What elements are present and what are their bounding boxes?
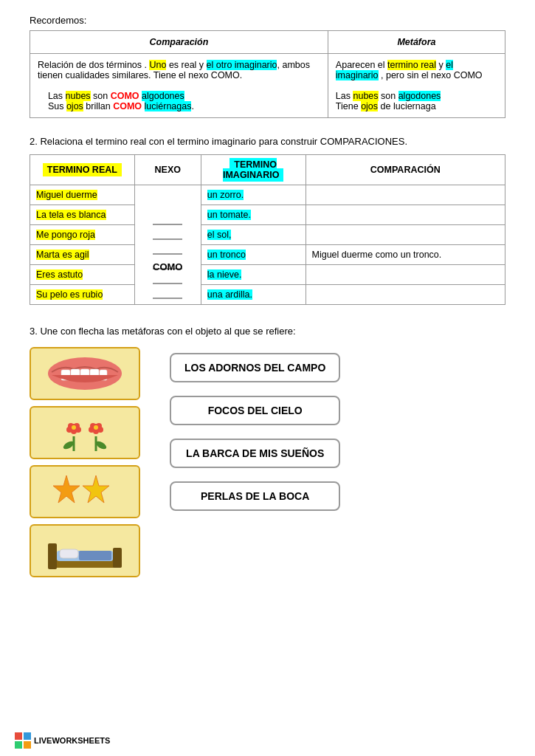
label-2: FOCOS DEL CIELO [170,396,340,425]
highlight-uno: Uno [149,60,166,70]
col-comp-header: COMPARACIÓN [306,155,505,185]
svg-rect-37 [79,551,111,560]
comp-2 [306,205,505,225]
col2-body: Aparecen el termino real y el imaginario… [328,54,505,118]
real-6: Su pelo es rubio [36,289,103,300]
svg-point-29 [94,425,98,430]
section3-instruction: 3. Une con flecha las metáforas con el o… [30,326,505,337]
real-4: Marta es agil [36,250,89,260]
footer-brand: LIVEWORKSHEETS [34,736,110,745]
recordemos-section: Recordemos: Comparación Metáfora Relació… [30,15,505,118]
recordemos-label: Recordemos: [30,15,505,26]
comp-6 [306,285,505,305]
svg-rect-38 [15,732,22,740]
imag-4: un tronco [207,250,246,260]
como-label: COMO [153,261,182,272]
label-4: PERLAS DE LA BOCA [170,481,340,511]
imag-2: un tomate. [207,210,251,220]
ojos-highlight2: ojos [361,101,378,111]
stars-svg [41,470,129,514]
real-2: La tela es blanca [36,210,106,220]
svg-rect-40 [15,741,22,749]
recordemos-table: Comparación Metáfora Relación de dos tér… [30,30,505,118]
label-3: LA BARCA DE MIS SUEÑOS [170,439,340,468]
ojos-highlight1: ojos [66,101,83,111]
table-row: Eres astuto la nieve. [30,265,505,285]
section3: 3. Une con flecha las metáforas con el o… [30,326,505,577]
footer: LIVEWORKSHEETS [15,732,110,749]
bed-svg [41,529,129,573]
algodones1: algodones [142,91,184,101]
section2-instruction: 2. Relaciona el termino real con el term… [30,136,505,147]
algodones2: algodones [398,91,441,101]
termino-real-header: TERMINO REAL [43,163,122,176]
svg-rect-34 [113,548,122,568]
images-column [30,347,140,577]
svg-marker-31 [83,475,109,503]
termino-real-highlight: termino real [387,60,436,70]
imag-3: el sol, [207,230,232,240]
real-5: Eres astuto [36,269,83,280]
arrow-como: COMO [141,217,195,272]
nubes-highlight1: nubes [66,91,91,101]
real-1: Miguel duerme [36,190,97,200]
termino-imag-header: TERMINO IMAGINARIO [223,158,283,182]
liveworksheets-logo-icon [15,732,31,749]
image-stars [30,465,140,518]
comparaciones-table: TERMINO REAL NEXO TERMINO IMAGINARIO COM… [30,154,505,305]
comp-1 [306,185,505,205]
svg-rect-41 [24,741,31,749]
svg-point-22 [72,425,76,430]
image-flowers [30,406,140,459]
teeth-svg [41,351,129,396]
highlight-otro: el otro imaginario [207,60,277,70]
table-row: La tela es blanca un tomate. [30,205,505,225]
section3-content: LOS ADORNOS DEL CAMPO FOCOS DEL CIELO LA… [30,347,505,577]
svg-rect-39 [24,732,31,740]
col1-header: Comparación [30,31,328,54]
comp-3 [306,225,505,245]
col1-body: Relación de dos términos . Uno es real y… [30,54,328,118]
imag-6: una ardilla. [207,289,252,300]
table-row: Marta es agil un tronco Miguel duerme co… [30,245,505,265]
section2: 2. Relaciona el termino real con el term… [30,136,505,305]
svg-rect-36 [60,549,78,558]
nubes-highlight2: nubes [353,91,378,101]
col-nexo-header: NEXO [134,155,201,185]
col2-header: Metáfora [328,31,505,54]
svg-rect-33 [48,543,57,569]
image-teeth [30,347,140,400]
luciernagas1: luciérnagas [145,101,192,111]
table-row: Me pongo roja el sol, [30,225,505,245]
como2: COMO [113,101,142,111]
image-bed [30,524,140,577]
imag-1: un zorro. [207,190,244,200]
label-1: LOS ADORNOS DEL CAMPO [170,353,340,382]
svg-marker-30 [53,475,80,503]
labels-column: LOS ADORNOS DEL CAMPO FOCOS DEL CIELO LA… [170,353,340,511]
col-real-header: TERMINO REAL [30,155,135,185]
como1: COMO [111,91,139,101]
imag-5: la nieve. [207,269,242,280]
table-row: Su pelo es rubio una ardilla. [30,285,505,305]
flowers-svg [41,410,129,455]
col-imag-header: TERMINO IMAGINARIO [201,155,306,185]
comp-4: Miguel duerme como un tronco. [306,245,505,265]
comp-5 [306,265,505,285]
nexo-cell: COMO [134,185,201,305]
real-3: Me pongo roja [36,230,95,240]
table-row: Miguel duerme COMO [30,185,505,205]
